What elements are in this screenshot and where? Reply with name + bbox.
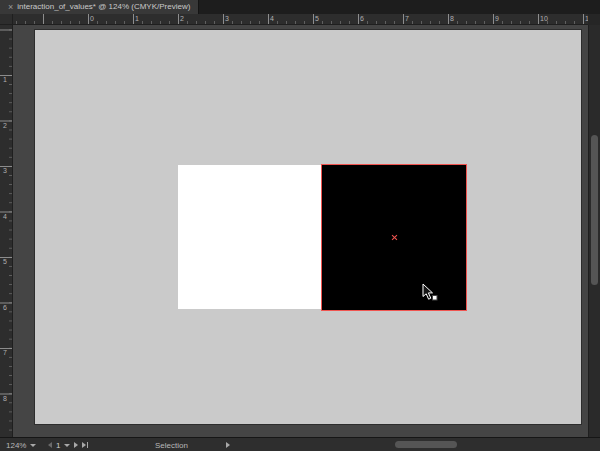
ruler-label: 4 [3,213,7,220]
ruler-label: 5 [3,258,7,265]
ruler-label: 6 [3,304,7,311]
white-square-object[interactable] [178,165,322,309]
triangle-right-icon [82,442,86,448]
ruler-label: 8 [450,15,454,22]
chevron-down-icon [30,444,36,447]
ruler-label: 3 [225,15,229,22]
ruler-label: 11 [585,15,588,22]
illustrator-window: × interaction_of_values* @ 124% (CMYK/Pr… [0,0,600,451]
horizontal-ruler[interactable]: 01234567891011 [13,14,588,25]
ruler-label: 0 [90,15,94,22]
status-bar: 124% 1 Selection [0,437,600,451]
ruler-label: 3 [3,167,7,174]
status-flyout-icon[interactable] [226,442,230,448]
ruler-label: 7 [3,349,7,356]
vertical-scrollbar-thumb[interactable] [591,135,598,285]
status-tool-label: Selection [155,441,188,450]
selection-center-x-icon [391,234,398,241]
artboard[interactable] [35,30,581,424]
document-tab[interactable]: × interaction_of_values* @ 124% (CMYK/Pr… [0,0,199,14]
document-tab-title: interaction_of_values* @ 124% (CMYK/Prev… [17,3,190,11]
ruler-label: 4 [270,15,274,22]
ruler-label: 8 [3,395,7,402]
vertical-scrollbar[interactable] [588,25,600,437]
ruler-label: 6 [360,15,364,22]
chevron-down-icon[interactable] [64,444,70,447]
ruler-label: 2 [180,15,184,22]
close-tab-icon[interactable]: × [8,3,13,12]
artboard-navigation: 1 [48,439,88,451]
zoom-level: 124% [6,441,26,450]
next-artboard-icon[interactable] [74,442,78,448]
ruler-label: 9 [495,15,499,22]
vertical-ruler[interactable]: 12345678 [0,25,13,437]
previous-artboard-icon[interactable] [48,442,52,448]
ruler-label: 1 [3,76,7,83]
ruler-label: 7 [405,15,409,22]
document-tab-bar: × interaction_of_values* @ 124% (CMYK/Pr… [0,0,600,14]
ruler-label: 2 [3,122,7,129]
ruler-label: 5 [315,15,319,22]
artboard-number[interactable]: 1 [56,441,60,450]
last-artboard-icon[interactable] [82,442,88,448]
zoom-dropdown[interactable]: 124% [6,439,36,451]
canvas-viewport[interactable] [13,25,588,437]
bar-icon [87,442,88,448]
ruler-label: 1 [135,15,139,22]
ruler-origin-corner[interactable] [0,14,13,25]
ruler-label: 10 [540,15,548,22]
horizontal-scrollbar-thumb[interactable] [395,441,457,448]
black-square-object-selected[interactable] [322,165,466,310]
